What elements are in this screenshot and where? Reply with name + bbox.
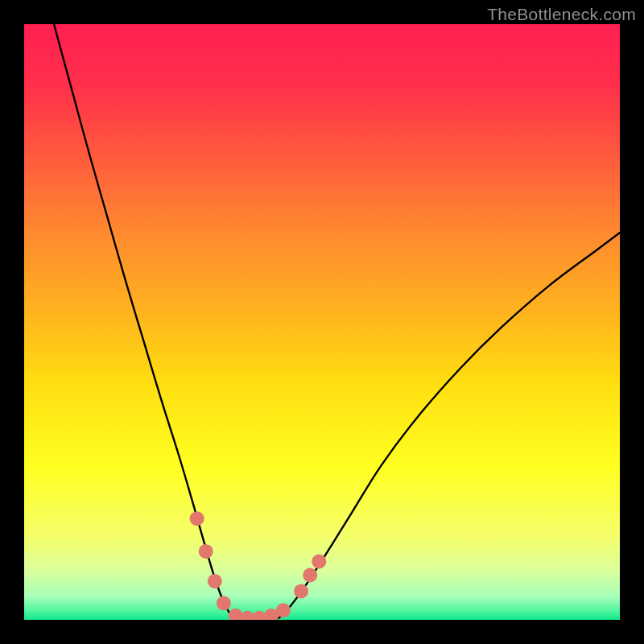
marker-dot: [199, 544, 213, 559]
marker-dot: [190, 511, 204, 526]
marker-dot: [208, 574, 222, 588]
chart-svg: [24, 24, 620, 620]
watermark-text: TheBottleneck.com: [487, 5, 636, 24]
plot-area: [24, 24, 620, 620]
marker-dot: [303, 568, 317, 583]
outer-black-frame: TheBottleneck.com: [0, 0, 644, 644]
marker-dot: [217, 596, 231, 610]
curve-lines: [54, 24, 620, 620]
bottleneck-curve: [54, 24, 620, 620]
marker-dot: [294, 584, 308, 598]
marker-dot: [312, 554, 326, 568]
marker-dot: [276, 603, 291, 617]
